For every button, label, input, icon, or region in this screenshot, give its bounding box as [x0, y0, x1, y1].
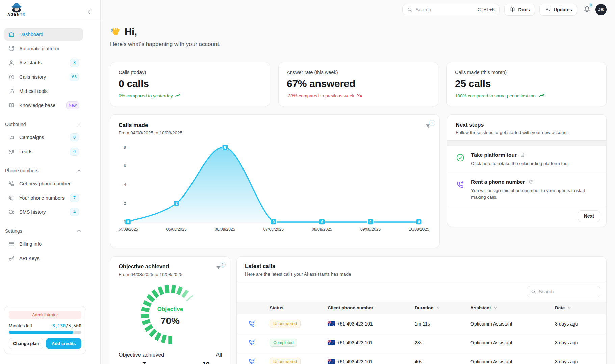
sidebar-item-billing-info[interactable]: Billing info: [4, 238, 83, 250]
sidebar-item-api-keys[interactable]: API Keys: [4, 252, 83, 264]
svg-text:06/08/2025: 06/08/2025: [215, 227, 235, 232]
call-date: 3 days ago: [553, 321, 606, 327]
sidebar-section-settings[interactable]: Settings: [5, 228, 82, 234]
docs-label: Docs: [518, 7, 530, 12]
step-take-platform-tour[interactable]: Take platform tour Click here to retake …: [447, 146, 606, 173]
svg-text:10/08/2025: 10/08/2025: [409, 227, 429, 232]
objective-footer-left-label: Objective achieved: [119, 352, 164, 358]
sidebar-item-assistants[interactable]: Assistants8: [4, 56, 83, 69]
sidebar-section-phone-numbers[interactable]: Phone numbers: [5, 168, 82, 173]
au-flag-icon: [328, 340, 335, 345]
sidebar-item-badge: 0: [70, 148, 79, 156]
chart-point-label: 0: [125, 219, 131, 225]
sidebar: AGENTX Dashboard Automate platform Assis…: [0, 0, 101, 364]
column-header-assistant[interactable]: Assistant: [468, 305, 553, 310]
client-phone: +61 493 423 101: [337, 321, 373, 327]
search-icon: [407, 7, 413, 12]
sidebar-item-label: Assistants: [19, 60, 42, 66]
notifications-button[interactable]: 0: [583, 5, 591, 15]
sidebar-item-mid-call-tools[interactable]: Mid call tools: [4, 85, 83, 97]
sidebar-item-get-new-phone-number[interactable]: Get new phone number: [4, 177, 83, 190]
latest-calls-title: Latest calls: [245, 263, 598, 269]
objective-all-value: 10: [202, 361, 210, 364]
sidebar-nav: Dashboard Automate platform Assistants8 …: [0, 19, 87, 264]
objective-title: Objective achieved: [119, 263, 222, 270]
page-subtitle: Here's what's happening with your accoun…: [110, 41, 607, 48]
sidebar-collapse-button[interactable]: [86, 6, 92, 19]
change-plan-button[interactable]: Change plan: [9, 338, 43, 349]
sidebar-item-knowledge-base[interactable]: Knowledge baseNew: [4, 99, 83, 111]
column-header-client-phone-number: Client phone number: [325, 305, 412, 310]
chart-point-label: 0: [319, 219, 325, 225]
sidebar-item-badge: 4: [70, 208, 79, 216]
step-title: Rent a phone number: [471, 179, 598, 185]
call-row[interactable]: Unanswered+61 493 423 10140sOpticomm Ass…: [237, 352, 606, 364]
plan-card: Administrator Minutes left 3,130/3,500 C…: [4, 306, 86, 354]
add-credits-button[interactable]: Add credits: [46, 338, 81, 349]
gauge-value: 70%: [135, 316, 206, 327]
chart-point-label: 0: [368, 219, 374, 225]
objective-filter-button[interactable]: 1: [215, 265, 222, 273]
svg-text:6: 6: [124, 164, 126, 168]
au-flag-icon: [328, 359, 335, 364]
sidebar-section-outbound[interactable]: Outbound: [5, 122, 82, 127]
sort-chevron-icon: [493, 306, 498, 310]
external-link-icon: [528, 179, 533, 184]
sidebar-item-your-phone-numbers[interactable]: Your phone numbers7: [4, 191, 83, 204]
stat-card-calls-today: Calls (today) 0 calls 0% compared to yes…: [110, 62, 270, 106]
svg-text:04/08/2025: 04/08/2025: [119, 227, 138, 232]
chart-filter-button[interactable]: 1: [425, 123, 431, 131]
column-header-date[interactable]: Date: [553, 305, 606, 310]
latest-calls-card: Latest calls Here are the latest calls y…: [236, 256, 607, 364]
minutes-row: Minutes left 3,130/3,500: [9, 323, 81, 328]
next-step-button[interactable]: Next: [578, 210, 600, 222]
sidebar-item-dashboard[interactable]: Dashboard: [4, 28, 83, 41]
svg-text:4: 4: [124, 183, 126, 187]
updates-button[interactable]: Updates: [539, 4, 577, 16]
svg-text:0: 0: [127, 220, 129, 224]
svg-text:8: 8: [224, 145, 226, 149]
steps-progress-track: [447, 140, 606, 146]
sidebar-item-badge: 0: [70, 133, 79, 141]
phone-plus-icon: [8, 180, 15, 187]
gauge-label: Objective: [135, 306, 206, 313]
table-search-input[interactable]: [539, 289, 597, 294]
check-circle-icon: [456, 153, 466, 164]
column-header-duration[interactable]: Duration: [412, 305, 468, 310]
sidebar-item-label: Leads: [19, 149, 33, 154]
global-search[interactable]: CTRL+K: [402, 4, 500, 15]
docs-button[interactable]: Docs: [504, 4, 535, 16]
call-row[interactable]: Unanswered+61 493 423 1011m 11sOpticomm …: [237, 314, 606, 333]
incoming-call-icon: [237, 320, 267, 328]
filter-count-badge: 1: [429, 120, 435, 126]
brand-logo[interactable]: AGENTX: [7, 2, 26, 19]
call-row[interactable]: Completed+61 493 423 10128sOpticomm Assi…: [237, 333, 606, 352]
stat-delta: 0% compared to yesterday: [119, 93, 262, 98]
svg-text:08/08/2025: 08/08/2025: [312, 227, 332, 232]
sidebar-item-sms-history[interactable]: SMS history4: [4, 206, 83, 218]
external-link-icon: [520, 153, 525, 158]
stat-label: Calls made (this month): [455, 70, 598, 75]
chevron-left-icon: [86, 9, 92, 15]
call-duration: 28s: [412, 340, 468, 345]
incoming-call-icon: [237, 339, 267, 347]
topbar: CTRL+K Docs Updates 0 JB: [101, 0, 615, 19]
sidebar-item-calls-history[interactable]: Calls history66: [4, 71, 83, 83]
search-input[interactable]: [416, 7, 475, 12]
sort-chevron-icon: [436, 306, 440, 310]
sidebar-item-campaigns[interactable]: Campaigns0: [4, 131, 83, 144]
avatar[interactable]: JB: [595, 4, 607, 15]
sidebar-item-automate-platform[interactable]: Automate platform: [4, 42, 83, 55]
sidebar-item-label: Dashboard: [19, 32, 43, 37]
step-title: Take platform tour: [471, 152, 569, 158]
sort-chevron-icon: [567, 306, 571, 310]
main-area: CTRL+K Docs Updates 0 JB: [101, 0, 615, 364]
table-search[interactable]: [527, 286, 600, 297]
sidebar-item-leads[interactable]: Leads0: [4, 145, 83, 158]
svg-text:2: 2: [176, 201, 178, 205]
greeting: Hi, Here's what's happening with your ac…: [110, 26, 607, 48]
step-rent-phone-number[interactable]: Rent a phone number You will assign this…: [447, 173, 606, 206]
stat-value: 0 calls: [119, 78, 262, 89]
svg-text:0: 0: [273, 220, 275, 224]
dashboard-content: Hi, Here's what's happening with your ac…: [101, 19, 615, 364]
